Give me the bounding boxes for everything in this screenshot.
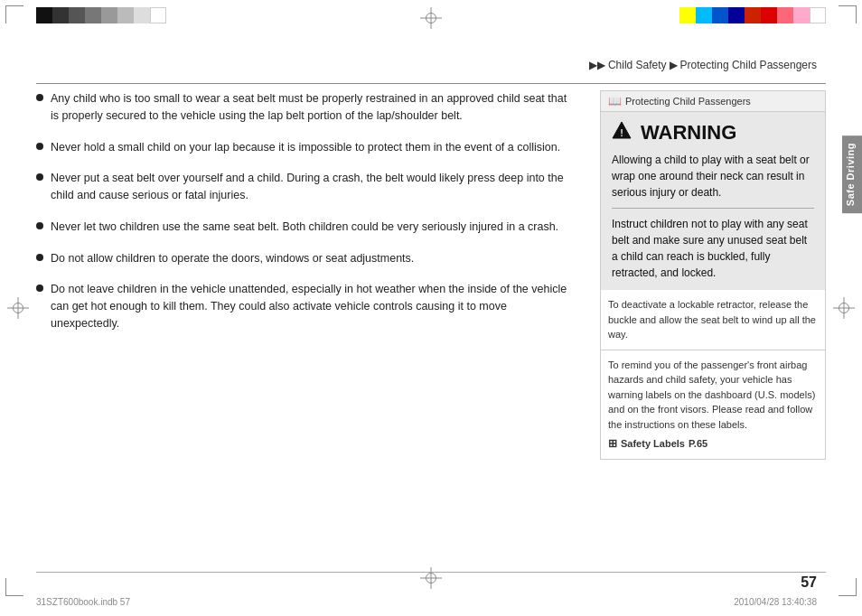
breadcrumb-arrows: ▶▶ — [589, 59, 605, 71]
warning-divider — [612, 208, 814, 209]
warning-text-1: Allowing a child to play with a seat bel… — [612, 152, 814, 201]
bullet-item-2: Never hold a small child on your lap bec… — [36, 139, 573, 156]
warning-label: WARNING — [641, 121, 736, 145]
warning-title: ! WARNING — [612, 121, 814, 145]
right-column: 📖 Protecting Child Passengers ! WARNING … — [600, 90, 826, 571]
color-swatches-left — [36, 7, 166, 23]
safety-link[interactable]: ⊞ Safety Labels P.65 — [608, 435, 818, 452]
info-section-2: To remind you of the passenger's front a… — [601, 350, 825, 460]
bullet-dot-4 — [36, 222, 43, 229]
crosshair-left — [7, 297, 29, 319]
corner-mark-tr — [839, 5, 857, 23]
bullet-dot-1 — [36, 94, 43, 101]
safety-link-icon: ⊞ — [608, 435, 617, 452]
protecting-header: 📖 Protecting Child Passengers — [601, 91, 825, 112]
bullet-item-6: Do not leave children in the vehicle una… — [36, 281, 573, 331]
breadcrumb-section2: Protecting Child Passengers — [680, 59, 817, 71]
crosshair-top — [420, 7, 442, 29]
footer-left: 31SZT600book.indb 57 — [36, 597, 130, 607]
bullet-text-6: Do not leave children in the vehicle una… — [51, 281, 573, 331]
breadcrumb: ▶▶ Child Safety ▶ Protecting Child Passe… — [589, 59, 817, 71]
side-tab: Safe Driving — [842, 135, 862, 213]
bullet-dot-5 — [36, 254, 43, 261]
warning-text-2: Instruct children not to play with any s… — [612, 216, 814, 281]
footer-right: 2010/04/28 13:40:38 — [734, 597, 817, 607]
corner-mark-bl — [5, 578, 23, 596]
svg-text:!: ! — [620, 127, 623, 138]
bullet-item-4: Never let two children use the same seat… — [36, 219, 573, 236]
bullet-text-5: Do not allow children to operate the doo… — [51, 250, 414, 267]
warning-triangle-svg: ! — [612, 121, 632, 139]
protecting-header-label: Protecting Child Passengers — [625, 96, 751, 107]
bullet-text-4: Never let two children use the same seat… — [51, 219, 558, 236]
safety-link-text: Safety Labels — [621, 436, 685, 452]
safety-link-page: P.65 — [689, 436, 707, 452]
protecting-box: 📖 Protecting Child Passengers ! WARNING … — [600, 90, 826, 460]
bullet-item-1: Any child who is too small to wear a sea… — [36, 90, 573, 125]
bullet-list: Any child who is too small to wear a sea… — [36, 90, 582, 571]
bullet-item-3: Never put a seat belt over yourself and … — [36, 170, 573, 204]
color-swatches-right — [679, 7, 826, 23]
book-icon: 📖 — [608, 95, 622, 107]
breadcrumb-section1: Child Safety — [608, 59, 667, 71]
info-section-1: To deactivate a lockable retractor, rele… — [601, 290, 825, 350]
top-rule — [36, 83, 826, 84]
bullet-dot-6 — [36, 285, 43, 292]
warning-box: ! WARNING Allowing a child to play with … — [601, 112, 825, 290]
bullet-text-2: Never hold a small child on your lap bec… — [51, 139, 560, 156]
bullet-text-1: Any child who is too small to wear a sea… — [51, 90, 573, 125]
bullet-text-3: Never put a seat belt over yourself and … — [51, 170, 573, 204]
crosshair-right — [833, 297, 855, 319]
bullet-dot-3 — [36, 173, 43, 181]
warning-triangle-icon: ! — [612, 121, 632, 145]
bullet-dot-2 — [36, 143, 43, 150]
page-number: 57 — [801, 574, 817, 591]
corner-mark-br — [839, 578, 857, 596]
breadcrumb-arrow2: ▶ — [670, 59, 678, 71]
bullet-item-5: Do not allow children to operate the doo… — [36, 250, 573, 267]
bottom-rule — [36, 572, 826, 573]
main-content: Any child who is too small to wear a sea… — [36, 90, 826, 571]
corner-mark-tl — [5, 5, 23, 23]
info-text-2: To remind you of the passenger's front a… — [608, 359, 815, 430]
info-text-1: To deactivate a lockable retractor, rele… — [608, 299, 816, 340]
